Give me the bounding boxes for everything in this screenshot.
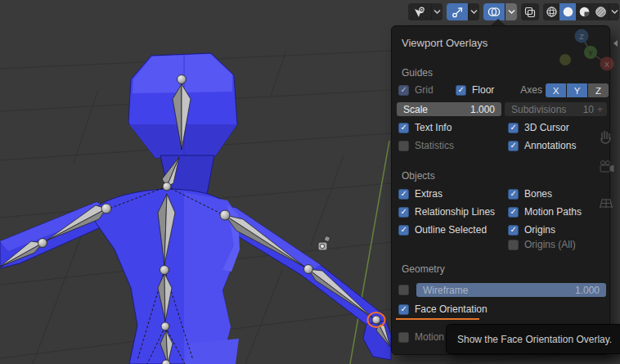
extras-checkbox[interactable]: [398, 189, 409, 200]
subdivisions-field[interactable]: Subdivisions 10 +: [505, 102, 607, 116]
face-orientation-checkbox[interactable]: [398, 304, 409, 315]
gizmo-z-label: Z: [579, 33, 584, 41]
annotations-row: Annotations: [508, 139, 576, 152]
viewport-side-controls: [598, 127, 616, 215]
shading-solid-button[interactable]: [559, 3, 576, 20]
geometry-heading: Geometry: [402, 263, 445, 275]
show-overlays-button[interactable]: [483, 3, 505, 20]
objects-heading: Objects: [402, 170, 435, 182]
tooltip-text: Show the Face Orientation Overlay.: [457, 334, 612, 345]
origins-all-label: Origins (All): [524, 239, 576, 250]
navigation-gizmo[interactable]: Z Y X: [556, 27, 620, 74]
origins-all-row: Origins (All): [508, 238, 576, 251]
3d-cursor-label: 3D Cursor: [524, 122, 569, 133]
chevron-down-icon: [508, 9, 515, 15]
motion-paths-label: Motion Paths: [524, 206, 582, 218]
motion-paths-checkbox[interactable]: [508, 207, 519, 218]
annotations-label: Annotations: [524, 140, 576, 151]
grid-label: Grid: [415, 84, 434, 96]
show-gizmos-dropdown[interactable]: [468, 3, 479, 20]
shading-wireframe-button[interactable]: [543, 3, 559, 20]
toggle-xray-group: [521, 3, 539, 20]
shading-material-button[interactable]: [576, 3, 592, 20]
outline-selected-row: Outline Selected: [398, 223, 487, 236]
grid-row: Grid: [398, 83, 434, 97]
wireframe-checkbox[interactable]: [398, 285, 409, 295]
statistics-checkbox[interactable]: [398, 141, 409, 151]
chevron-down-icon: [611, 9, 618, 15]
extras-row: Extras: [398, 187, 443, 200]
toggle-xray-button[interactable]: [521, 3, 539, 20]
bones-checkbox[interactable]: [508, 189, 519, 200]
axis-z-toggle[interactable]: Z: [588, 83, 609, 97]
text-info-row: Text Info: [398, 121, 452, 134]
origins-all-checkbox[interactable]: [508, 240, 519, 250]
axes-toggle-group: X Y Z: [546, 83, 609, 97]
perspective-grid-icon[interactable]: [600, 199, 613, 208]
axes-label: Axes: [520, 84, 542, 96]
overlays-icon: [487, 7, 501, 17]
bones-row: Bones: [508, 187, 552, 200]
gizmo-y-label: Y: [588, 49, 593, 57]
grid-checkbox[interactable]: [398, 85, 409, 96]
3d-cursor-checkbox[interactable]: [508, 123, 519, 133]
wireframe-label: Wireframe: [423, 285, 468, 296]
relationship-lines-row: Relationship Lines: [398, 205, 495, 218]
shading-rendered-button[interactable]: [592, 3, 609, 20]
motion-tracking-checkbox[interactable]: [398, 332, 409, 343]
material-sphere-icon: [578, 6, 591, 18]
show-overlays-dropdown[interactable]: [505, 3, 517, 20]
tooltip: Show the Face Orientation Overlay.: [446, 324, 620, 354]
xray-icon: [524, 7, 536, 18]
subdivisions-stepper-icon[interactable]: +: [597, 104, 603, 115]
subdivisions-label: Subdivisions: [511, 104, 566, 115]
annotations-checkbox[interactable]: [508, 141, 519, 151]
axis-y-toggle[interactable]: Y: [567, 83, 587, 97]
guides-heading: Guides: [402, 67, 433, 79]
outline-selected-checkbox[interactable]: [398, 225, 409, 236]
text-info-checkbox[interactable]: [398, 123, 409, 133]
scale-value: 1.000: [470, 104, 495, 115]
floor-label: Floor: [472, 84, 494, 96]
wireframe-sphere-icon: [546, 6, 558, 18]
gizmo-axis-ball[interactable]: [559, 54, 571, 65]
floor-row: Floor: [456, 83, 494, 97]
wireframe-checkbox-cell: [398, 283, 409, 296]
panel-title: Viewport Overlays: [402, 37, 487, 49]
viewport-overlays-panel: Viewport Overlays Guides Grid Floor Axes…: [391, 25, 610, 355]
show-overlays-group: [483, 3, 517, 20]
statistics-row: Statistics: [398, 139, 454, 152]
origins-checkbox[interactable]: [508, 225, 519, 236]
shading-mode-group: [543, 3, 619, 20]
object-type-visibility-button[interactable]: [408, 3, 431, 20]
relationship-lines-checkbox[interactable]: [398, 207, 409, 218]
axes-label-cell: Axes: [496, 83, 542, 97]
text-info-label: Text Info: [415, 122, 452, 133]
wireframe-slider[interactable]: Wireframe 1.000: [416, 283, 606, 297]
relationship-lines-label: Relationship Lines: [415, 206, 495, 218]
object-type-visibility-dropdown[interactable]: [431, 3, 443, 20]
pan-hand-icon[interactable]: [601, 131, 610, 143]
sidebar-expand-arrow-icon[interactable]: [613, 40, 618, 47]
camera-view-icon[interactable]: [600, 161, 613, 172]
wireframe-value: 1.000: [575, 285, 600, 296]
subdivisions-value: 10: [583, 104, 594, 115]
gizmo-icon: [452, 7, 464, 18]
axis-x-toggle[interactable]: X: [546, 83, 566, 97]
chevron-down-icon: [470, 9, 478, 15]
origins-label: Origins: [524, 224, 555, 236]
floor-checkbox[interactable]: [456, 85, 466, 96]
bones-label: Bones: [524, 188, 552, 200]
motion-paths-row: Motion Paths: [508, 205, 582, 218]
origins-row: Origins: [508, 223, 555, 236]
show-gizmos-button[interactable]: [447, 3, 468, 20]
object-type-visibility-group: [408, 3, 443, 20]
solid-sphere-icon: [562, 6, 574, 18]
statistics-label: Statistics: [415, 140, 454, 151]
rendered-sphere-icon: [595, 6, 607, 18]
chevron-down-icon: [434, 9, 441, 15]
outline-selected-label: Outline Selected: [415, 224, 487, 236]
shading-dropdown[interactable]: [609, 3, 619, 20]
3d-cursor-row: 3D Cursor: [508, 121, 569, 134]
scale-slider[interactable]: Scale 1.000: [397, 102, 501, 116]
